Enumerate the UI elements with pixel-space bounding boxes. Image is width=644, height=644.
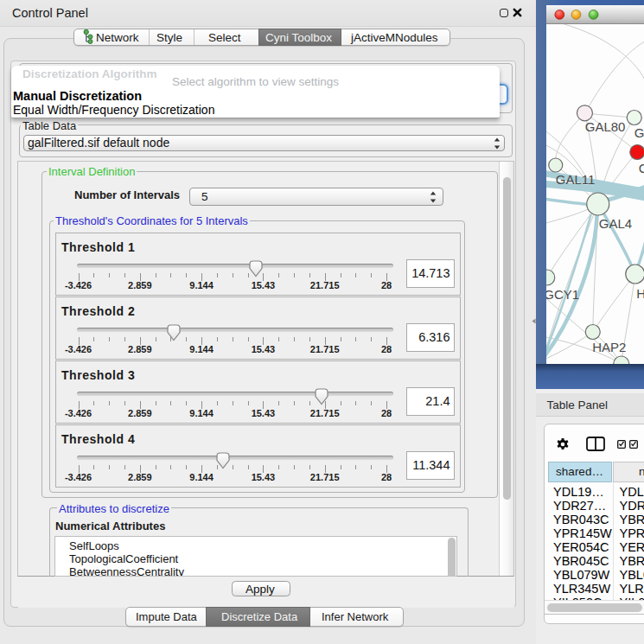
svg-text:GAL4: GAL4 — [598, 216, 631, 231]
svg-text:HAP2: HAP2 — [592, 340, 626, 354]
svg-text:GCY1: GCY1 — [546, 287, 579, 302]
svg-text:C: C — [638, 161, 644, 175]
svg-text:GAL11: GAL11 — [555, 172, 595, 187]
svg-text:GAL80: GAL80 — [584, 119, 625, 134]
svg-text:GA: GA — [634, 125, 644, 140]
svg-text:H: H — [636, 286, 644, 301]
